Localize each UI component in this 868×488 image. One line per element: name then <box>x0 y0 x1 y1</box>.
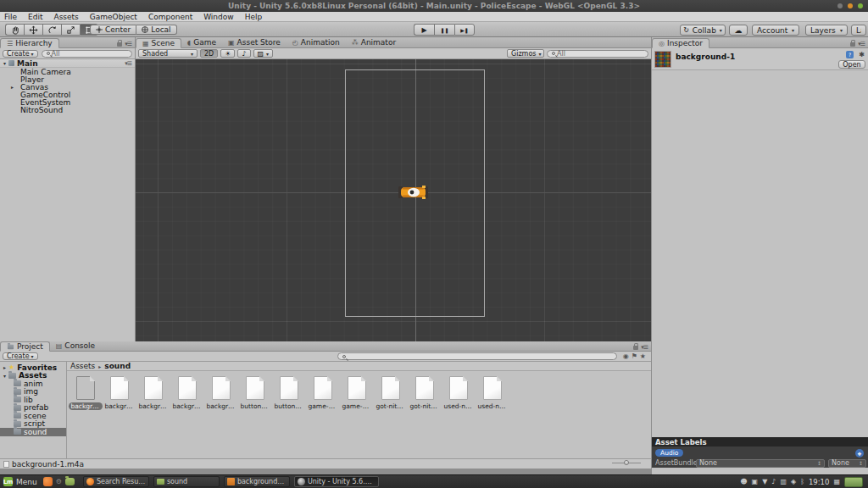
expander-icon[interactable]: ▸ <box>11 84 14 90</box>
menu-item[interactable]: Edit <box>28 13 42 21</box>
shading-mode-dropdown[interactable]: Shaded ▾ <box>138 49 198 58</box>
folder-row[interactable]: img <box>0 388 66 396</box>
panel-menu-icon[interactable]: ▾☰ <box>641 344 648 351</box>
hand-tool-icon[interactable] <box>5 24 24 36</box>
scale-tool-icon[interactable] <box>61 24 80 36</box>
view-tab[interactable]: ▣ Asset Store <box>222 37 287 47</box>
rotate-tool-icon[interactable] <box>42 24 61 36</box>
show-desktop-button[interactable] <box>844 477 863 487</box>
hierarchy-search-input[interactable]: All <box>42 50 132 58</box>
asset-file-item[interactable]: game-overz <box>341 374 372 458</box>
asset-file-item[interactable]: background... <box>205 374 236 458</box>
thumbnail-size-slider[interactable] <box>612 462 641 464</box>
window-minimize-button[interactable] <box>837 3 843 8</box>
scene-effects-dropdown[interactable]: ▨ ▾ <box>253 49 274 58</box>
taskbar-task-button[interactable]: Unity - Unity 5.6.0xb... <box>294 476 379 487</box>
view-tab[interactable]: ⁂ Animator <box>346 37 402 47</box>
menu-item[interactable]: Help <box>245 13 263 21</box>
screenshot-icon[interactable]: ▣ <box>752 478 759 485</box>
lock-icon[interactable] <box>117 42 122 47</box>
asset-file-item[interactable]: used-nitroz <box>476 374 508 458</box>
asset-file-item[interactable]: background... <box>171 374 203 458</box>
view-tab[interactable]: ▦ Scene <box>136 38 181 48</box>
breadcrumb-current[interactable]: sound <box>104 362 131 370</box>
view-tab[interactable]: ◴ Animation <box>287 37 346 47</box>
label-badge-audio[interactable]: Audio <box>655 449 683 457</box>
tab-hierarchy[interactable]: ☰ Hierarchy <box>0 38 59 48</box>
asset-file-item[interactable]: used-nitrox <box>442 374 474 458</box>
tab-inspector[interactable]: ◎ Inspector <box>652 38 709 48</box>
bluetooth-icon[interactable]: ᛒ <box>800 478 804 485</box>
slider-knob[interactable] <box>624 460 629 465</box>
scene-lighting-toggle[interactable]: ☀ <box>220 49 235 58</box>
view-tab[interactable]: ◖ Game <box>181 37 222 47</box>
panel-menu-icon[interactable]: ▾☰ <box>858 41 865 47</box>
assetbundle-name-dropdown[interactable]: None ↕ <box>696 459 825 468</box>
asset-file-item[interactable]: button-clickx <box>239 374 270 458</box>
open-button[interactable]: Open <box>838 60 865 69</box>
account-dropdown[interactable]: Account ▾ <box>752 25 799 36</box>
menu-item[interactable]: File <box>4 13 17 21</box>
battery-icon[interactable]: ▥ <box>780 478 787 485</box>
expander-icon[interactable]: ▾ <box>3 373 6 379</box>
files-launcher-icon[interactable] <box>65 478 75 485</box>
gear-icon[interactable]: ✱ <box>859 51 865 58</box>
folder-row[interactable]: scene <box>0 412 66 420</box>
asset-file-item[interactable]: game-overx <box>307 374 338 458</box>
scene-root-row[interactable]: ▾ Main ▾☰ <box>0 59 135 68</box>
folder-row[interactable]: script <box>0 420 66 429</box>
taskbar-task-button[interactable]: sound <box>153 476 220 487</box>
play-button[interactable]: ▶ <box>414 24 434 36</box>
filter-icon[interactable]: ★ <box>640 352 646 360</box>
launcher-glyph-icon[interactable]: ⚙ <box>56 478 62 485</box>
expander-icon[interactable]: ▸ <box>3 364 6 370</box>
network-icon[interactable]: ▼ <box>762 478 767 485</box>
scene-menu-icon[interactable]: ▾☰ <box>125 60 135 67</box>
step-button[interactable]: ▶❚ <box>454 24 475 36</box>
scene-audio-toggle[interactable]: ♪ <box>237 49 250 58</box>
folder-row[interactable]: lib <box>0 396 66 404</box>
create-button[interactable]: Create ▾ <box>3 50 38 58</box>
folder-row[interactable]: prefab <box>0 404 66 413</box>
panel-menu-icon[interactable]: ▾☰ <box>125 41 131 47</box>
2d-toggle-button[interactable]: 2D <box>200 49 218 58</box>
clock[interactable]: 19:10 <box>809 478 830 486</box>
security-icon[interactable]: ◈ <box>791 478 796 485</box>
filter-icon[interactable]: ◉ <box>623 352 629 360</box>
folder-row[interactable]: anim <box>0 380 66 388</box>
lock-icon[interactable] <box>633 346 638 350</box>
scene-search-input[interactable]: All <box>547 50 648 58</box>
pause-button[interactable]: ❚❚ <box>434 24 454 36</box>
workspace-switcher-icon[interactable]: ▦ <box>833 478 840 485</box>
window-maximize-button[interactable] <box>848 3 853 8</box>
folder-row[interactable]: sound <box>0 428 66 436</box>
collab-dropdown[interactable]: ↻ Collab ▾ <box>680 25 726 36</box>
asset-file-item[interactable]: got-nitrox <box>375 374 406 458</box>
layout-dropdown[interactable]: Layout <box>851 25 866 36</box>
menu-item[interactable]: Window <box>203 13 234 21</box>
expander-icon[interactable]: ▾ <box>3 60 6 66</box>
asset-file-item[interactable]: background... <box>103 374 135 458</box>
scene-viewport[interactable] <box>136 59 651 341</box>
gizmos-dropdown[interactable]: Gizmos ▾ <box>507 49 544 58</box>
asset-file-item[interactable]: button-clickz <box>273 374 304 458</box>
menu-item[interactable]: Assets <box>54 13 79 21</box>
pivot-center-button[interactable]: Center <box>90 25 136 35</box>
user-icon[interactable]: ☻ <box>740 478 747 485</box>
help-icon[interactable]: ? <box>846 51 854 58</box>
create-button[interactable]: Create ▾ <box>3 352 38 360</box>
browser-launcher-icon[interactable] <box>43 477 53 486</box>
tab-project[interactable]: Project <box>0 341 50 352</box>
menu-item[interactable]: Component <box>148 13 192 21</box>
project-search-input[interactable] <box>337 352 617 360</box>
asset-file-item[interactable]: background... <box>137 374 169 458</box>
pivot-local-button[interactable]: Local <box>136 25 176 35</box>
menu-item[interactable]: GameObject <box>90 13 137 21</box>
cloud-button[interactable]: ☁ <box>729 25 748 36</box>
taskbar-task-button[interactable]: background-1x <box>224 476 290 487</box>
breadcrumb-root[interactable]: Assets <box>70 362 95 370</box>
asset-file-item[interactable]: got-nitroz <box>409 374 440 458</box>
tab-console[interactable]: ▤ Console <box>50 341 101 351</box>
label-tag-icon[interactable]: ❖ <box>855 449 864 458</box>
lock-icon[interactable] <box>850 42 855 47</box>
